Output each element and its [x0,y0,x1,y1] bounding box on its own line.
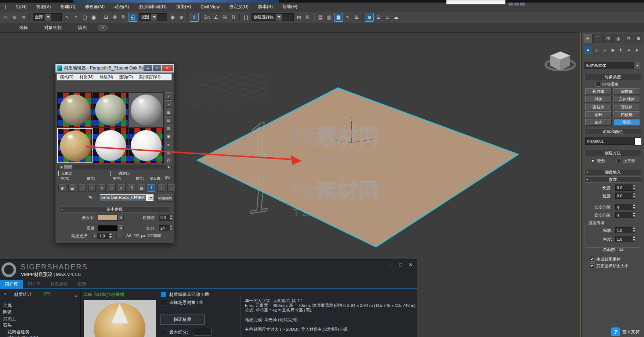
roughness-spinner[interactable] [169,214,173,220]
max-subdiv-field[interactable] [194,328,211,336]
material-type-button[interactable]: VRayMtl [157,194,173,202]
width-segs-field[interactable]: 4 [615,212,634,218]
creation-method-square[interactable]: 正方形 [616,158,635,164]
render-setup-icon[interactable]: ⊛ [365,13,374,22]
mirror-icon[interactable]: ⋈ [295,13,303,21]
active-slot-checkbox[interactable] [161,292,166,297]
plane-button[interactable]: 平面 [614,119,640,126]
me-menu-navigation[interactable]: 导航(N) [97,74,116,80]
assign-material-button[interactable]: 指定材质 [160,315,205,325]
menu-item-rendering[interactable]: 渲染(R) [171,2,196,11]
bind-to-spacewarp-icon[interactable]: ≋ [19,13,28,21]
help-icon[interactable]: ? [611,327,620,336]
dropdown-arrow-icon[interactable] [45,14,51,21]
align-icon[interactable]: ⊪ [304,13,312,21]
dropdown-arrow-icon[interactable] [634,62,640,69]
hilight-lock-button[interactable]: L [92,233,98,239]
name-color-rollout[interactable]: −名称和颜色 [585,129,641,135]
hilight-spinner[interactable] [109,233,112,239]
basic-params-rollout[interactable]: −基本参数 [59,206,170,212]
scene-explorer-icon[interactable]: ▤ [316,13,325,21]
sample-uv-tiling-icon[interactable]: ▤ [165,116,172,124]
subdivs-spinner[interactable] [169,225,173,231]
percent-snap-icon[interactable]: % [221,13,229,21]
titlebar-search-box[interactable] [446,0,506,4]
tube-button[interactable]: 管状体 [614,104,640,110]
show-end-result-icon[interactable]: ‖ [148,184,155,192]
collapse-arrow-icon[interactable] [75,293,78,297]
geometry-icon[interactable]: ● [584,46,592,54]
reference-coordinate-dropdown[interactable]: 视图 [139,13,167,21]
scroll-left-icon[interactable] [59,165,63,169]
reflect-map-button[interactable]: M [118,225,124,231]
material-name-dropdown[interactable]: lsemi Oak Rustic乡村橡树 [100,194,154,201]
select-and-rotate-icon[interactable]: ↻ [120,13,128,21]
menu-item-customize[interactable]: 自定义(U) [224,2,253,11]
spacewarps-icon[interactable]: ≈ [625,46,633,54]
close-icon[interactable]: ✕ [409,262,413,268]
teapot-button[interactable]: 茶壶 [585,119,612,126]
snap-toggle-icon[interactable]: 3∩ [203,13,211,21]
modify-tab[interactable]: ⌒ [593,34,603,43]
box-button[interactable]: 长方体 [585,88,612,95]
go-forward-icon[interactable]: → [167,184,175,192]
creation-method-rect[interactable]: 矩形 [590,158,605,164]
material-id-icon[interactable]: 0 [128,184,135,192]
gen-mapping-coords-checkbox[interactable] [590,257,594,262]
create-tab[interactable]: ☀ [583,34,593,43]
make-copy-icon[interactable]: ⊚ [98,184,106,192]
shapes-icon[interactable]: ◇ [593,46,600,54]
select-by-name-icon[interactable]: ≡ [72,13,80,21]
systems-icon[interactable]: ★ [633,46,641,54]
render-production-icon[interactable]: ♨ [383,13,391,21]
sample-slot-1[interactable] [57,92,93,128]
density-field[interactable]: 1.0 [615,236,634,242]
show-map-in-viewport-icon[interactable]: ▨ [138,184,145,192]
use-pivot-center-icon[interactable]: ◉ [169,13,177,21]
unlink-selection-icon[interactable]: ⊘ [11,13,19,21]
assign-to-selection-icon[interactable]: ⊡ [78,184,86,192]
spinner-snap-icon[interactable]: ⇅ [229,13,238,21]
rect-selection-region-icon[interactable]: ▢ [81,13,89,21]
minimize-icon[interactable]: ─ [144,65,152,71]
scale-field[interactable]: 1.0 [615,227,634,233]
category-ceramic[interactable]: 陶瓷 [3,309,12,315]
get-material-icon[interactable]: ◉ [58,184,66,192]
put-to-scene-icon[interactable]: ⬓ [68,184,76,192]
cylinder-button[interactable]: 圆柱体 [585,104,612,110]
ribbon-toggle-icon[interactable]: ▦ [334,13,343,22]
keyboard-override-icon[interactable]: ⇧ [190,13,199,22]
category-concrete[interactable]: 混泥土 [3,316,16,322]
me-menu-material[interactable]: 材质(M) [76,74,97,80]
layer-explorer-icon[interactable]: ▥ [325,13,333,21]
named-selection-set-dropdown[interactable]: 创建选择集 [252,13,294,21]
motion-tab[interactable]: ◎ [614,34,623,43]
object-name-field[interactable]: Plane001 [585,137,634,145]
tab-user-library-active[interactable]: 用户库 [0,280,23,288]
dropdown-arrow-icon[interactable] [148,195,153,200]
minimize-icon[interactable]: ─ [389,262,392,268]
sample-slots-hscrollbar[interactable] [58,165,171,169]
dropdown-arrow-icon[interactable] [276,14,282,21]
scale-spinner[interactable] [632,227,636,233]
curve-editor-icon[interactable]: ∿ [344,13,352,21]
menu-item-help[interactable]: 帮助(H) [278,2,302,11]
select-object-icon[interactable]: ↖ [63,13,71,21]
sample-slot-2[interactable] [93,92,128,128]
sample-slot-4-active[interactable] [57,128,93,163]
me-menu-utilities[interactable]: 实用程序(U) [136,74,163,80]
me-menu-options[interactable]: 选项(O) [116,74,136,80]
put-to-library-icon[interactable]: ⊞ [118,184,126,192]
sample-slot-6[interactable] [129,128,164,163]
support-widget[interactable]: ? 技术支持 [611,327,640,336]
named-selection-sets-icon[interactable]: { } [242,13,250,21]
options-icon[interactable]: ≡ [165,141,172,148]
make-preview-icon[interactable]: ▣ [165,133,172,140]
sample-slot-5[interactable] [93,128,128,163]
object-type-rollout[interactable]: −对象类型 [585,74,641,80]
reflect-color-swatch[interactable] [98,225,117,231]
helpers-icon[interactable]: ✚ [617,46,625,54]
object-color-swatch[interactable] [634,137,641,146]
length-spinner[interactable] [632,184,636,190]
real-world-map-checkbox[interactable] [590,263,594,268]
